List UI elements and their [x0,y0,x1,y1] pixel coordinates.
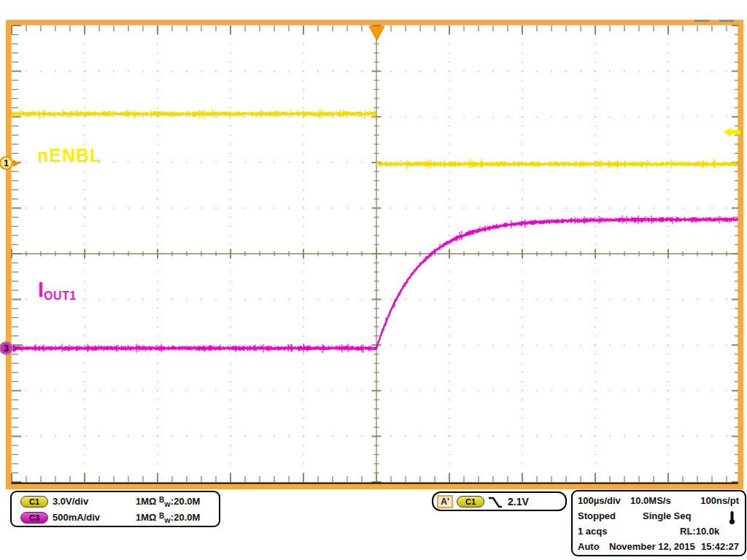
oscilloscope-screen: 1 3 nENBL IOUT1 C1 3.0V/div 1MΩ BW:20.0M… [0,0,747,560]
timebase-row: 100µs/div 10.0MS/s 100ns/pt [573,495,745,510]
screen-artifact-dash [719,20,734,22]
ch1-trace-label: nENBL [37,145,101,166]
resolution-value: 100ns/pt [700,495,739,506]
trigger-readout-box[interactable]: A' C1 2.1V [432,491,567,511]
trigger-position-marker[interactable] [369,26,384,40]
ch1-coupling: 1MΩ BW:20.0M [136,496,200,508]
acquisition-readout-box[interactable]: 100µs/div 10.0MS/s 100ns/pt Stopped Sing… [571,490,746,556]
ch3-label-main: I [38,278,44,301]
datetime-row: Auto November 12, 2015 15:42:27 [573,541,745,556]
ch3-trace-label: IOUT1 [38,278,77,303]
falling-edge-icon [487,496,503,509]
ch3-label-subscript: OUT1 [44,289,77,302]
trigger-source-badge: C1 [457,496,484,508]
trigger-a-event-badge: A' [437,495,453,508]
date-value: November 12, 2015 [609,541,695,552]
ch1-marker-arrow-icon [13,160,20,167]
ch3-readout-row: C3 500mA/div 1MΩ BW:20.0M [12,510,219,526]
ch1-readout-row: C1 3.0V/div 1MΩ BW:20.0M [12,494,219,510]
ch3-coupling: 1MΩ BW:20.0M [136,512,200,524]
center-axes [12,26,741,482]
ch3-scale[interactable]: 500mA/div [53,512,100,523]
acq-state-row: Stopped Single Seq [573,510,745,525]
trigger-mode: Auto [578,541,600,552]
ch3-badge[interactable]: C3 [20,512,48,524]
sample-rate-value: 10.0MS/s [630,495,671,506]
temperature-icon [729,510,735,525]
acq-count: 1 acqs [578,526,607,537]
graticule [0,0,747,560]
ch3-marker-arrow-icon [13,345,20,352]
ch1-badge[interactable]: C1 [20,496,48,508]
channel-readout-box: C1 3.0V/div 1MΩ BW:20.0M C3 500mA/div 1M… [10,491,220,527]
acq-state: Stopped [578,510,616,521]
acq-mode: Single Seq [643,510,691,521]
screen-artifact-dash [694,20,709,22]
record-length: RL:10.0k [680,526,719,537]
timebase-value: 100µs/div [578,495,621,506]
time-value: 15:42:27 [701,541,739,552]
acq-count-row: 1 acqs RL:10.0k [573,526,745,540]
ch1-scale[interactable]: 3.0V/div [53,496,88,507]
trigger-level-value: 2.1V [508,496,529,508]
